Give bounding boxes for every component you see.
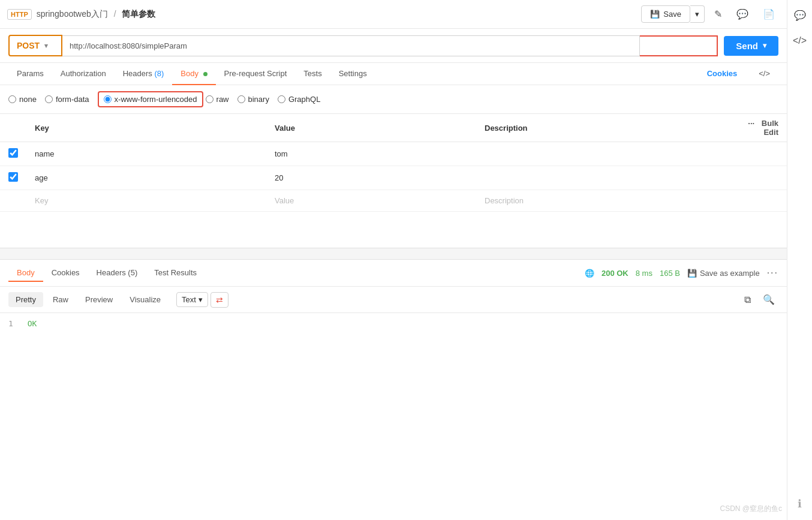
- row2-checkbox[interactable]: [8, 172, 18, 182]
- tab-body[interactable]: Body: [172, 63, 215, 85]
- col-value-header: Value: [266, 114, 476, 142]
- search-response-button[interactable]: 🔍: [759, 291, 778, 308]
- status-code: 200 OK: [602, 269, 628, 278]
- http-badge: HTTP: [7, 9, 32, 20]
- body-type-none[interactable]: none: [8, 95, 37, 104]
- tab-settings[interactable]: Settings: [330, 63, 375, 85]
- kv-table: Key Value Description ··· Bulk Edit name…: [0, 114, 787, 212]
- response-status-area: 🌐 200 OK 8 ms 165 B 💾 Save as example ··…: [585, 267, 778, 278]
- method-selector[interactable]: POST ▾: [8, 35, 62, 56]
- resp-tab-cookies[interactable]: Cookies: [43, 264, 88, 282]
- url-bar: POST ▾ Send ▾: [0, 29, 787, 63]
- fmt-tab-raw[interactable]: Raw: [46, 292, 76, 307]
- row1-checkbox[interactable]: [8, 148, 18, 158]
- placeholder-desc-cell: Description: [476, 190, 727, 212]
- search-icon: 🔍: [763, 294, 775, 305]
- sidebar-chat-icon[interactable]: 💬: [789, 5, 811, 26]
- tab-code[interactable]: </>: [750, 63, 778, 85]
- right-sidebar: 💬 </> ℹ: [787, 0, 812, 520]
- col-action-header: ··· Bulk Edit: [727, 114, 787, 142]
- tab-authorization[interactable]: Authorization: [52, 63, 115, 85]
- body-type-graphql[interactable]: GraphQL: [278, 95, 320, 104]
- row1-checkbox-cell: [0, 142, 26, 166]
- format-type-label: Text: [182, 295, 196, 304]
- fmt-tab-pretty[interactable]: Pretty: [8, 292, 43, 307]
- method-label: POST: [17, 41, 40, 50]
- placeholder-action-cell: [727, 190, 787, 212]
- body-type-bar: none form-data x-www-form-urlencoded raw…: [0, 85, 787, 114]
- tab-right-icons: Cookies </>: [699, 63, 778, 85]
- fmt-tab-visualize[interactable]: Visualize: [122, 292, 168, 307]
- row1-action-cell: [727, 142, 787, 166]
- response-size: 165 B: [660, 269, 680, 278]
- row2-key-cell: age: [26, 166, 266, 190]
- table-row-placeholder: Key Value Description: [0, 190, 787, 212]
- url-input[interactable]: [62, 35, 640, 56]
- placeholder-value: Value: [275, 196, 294, 205]
- placeholder-value-cell: Value: [266, 190, 476, 212]
- section-divider: [0, 248, 787, 260]
- edit-button[interactable]: ✎: [709, 6, 727, 22]
- send-button[interactable]: Send ▾: [724, 36, 778, 56]
- sidebar-info-icon[interactable]: ℹ: [793, 492, 807, 515]
- format-type-arrow: ▾: [199, 295, 203, 304]
- bulk-edit-dots[interactable]: ···: [748, 119, 754, 128]
- placeholder-key-cell: Key: [26, 190, 266, 212]
- row2-key: age: [35, 173, 48, 182]
- save-example-icon: 💾: [687, 269, 697, 278]
- row2-value-cell: 20: [266, 166, 476, 190]
- tab-params[interactable]: Params: [8, 63, 52, 85]
- body-type-raw[interactable]: raw: [206, 95, 229, 104]
- doc-button[interactable]: 📄: [758, 6, 780, 22]
- format-type-selector[interactable]: Text ▾: [176, 292, 208, 307]
- body-type-binary[interactable]: binary: [237, 95, 269, 104]
- row2-value: 20: [275, 173, 283, 182]
- breadcrumb: springbootweb入门 / 简单参数: [37, 9, 156, 20]
- toolbar: 💾 Save ▾ ✎ 💬 📄: [641, 5, 780, 23]
- tab-headers[interactable]: Headers (8): [115, 63, 173, 85]
- resp-tab-test-results[interactable]: Test Results: [146, 264, 205, 282]
- row2-checkbox-cell: [0, 166, 26, 190]
- copy-icon: ⧉: [744, 294, 751, 305]
- wrap-icon: ⇄: [216, 295, 223, 305]
- breadcrumb-sep: /: [114, 9, 116, 19]
- row2-action-cell: [727, 166, 787, 190]
- row2-desc-cell: [476, 166, 727, 190]
- row1-value: tom: [275, 149, 288, 158]
- tab-pre-request[interactable]: Pre-request Script: [216, 63, 296, 85]
- method-arrow-icon: ▾: [44, 42, 48, 50]
- response-more-button[interactable]: ···: [767, 267, 778, 278]
- save-button[interactable]: 💾 Save: [641, 5, 690, 23]
- tab-cookies[interactable]: Cookies: [699, 63, 746, 85]
- body-type-urlencoded[interactable]: x-www-form-urlencoded: [104, 95, 197, 104]
- response-body: 1 OK: [0, 313, 787, 334]
- word-wrap-button[interactable]: ⇄: [210, 292, 228, 308]
- resp-tab-headers[interactable]: Headers (5): [88, 264, 146, 282]
- bulk-edit-button[interactable]: Bulk Edit: [762, 119, 778, 137]
- resp-tab-body[interactable]: Body: [8, 264, 43, 282]
- breadcrumb-area: HTTP springbootweb入门 / 简单参数: [7, 9, 155, 20]
- save-example-button[interactable]: 💾 Save as example: [687, 269, 760, 278]
- save-icon: 💾: [650, 10, 660, 19]
- headers-badge: (8): [154, 69, 164, 78]
- top-bar: HTTP springbootweb入门 / 简单参数 💾 Save ▾ ✎: [0, 0, 787, 29]
- body-type-urlencoded-box: x-www-form-urlencoded: [98, 91, 203, 107]
- save-arrow-icon: ▾: [695, 10, 699, 19]
- response-content: OK: [28, 319, 37, 328]
- placeholder-checkbox-cell: [0, 190, 26, 212]
- comment-button[interactable]: 💬: [732, 6, 753, 22]
- sidebar-code-icon[interactable]: </>: [788, 31, 811, 51]
- row1-key-cell: name: [26, 142, 266, 166]
- comment-icon: 💬: [736, 9, 748, 19]
- url-input-area: [62, 35, 718, 56]
- url-extra-input[interactable]: [640, 35, 718, 56]
- save-dropdown-button[interactable]: ▾: [690, 5, 705, 23]
- send-arrow-icon: ▾: [763, 41, 766, 50]
- copy-response-button[interactable]: ⧉: [741, 292, 754, 308]
- col-desc-header: Description: [476, 114, 727, 142]
- tab-tests[interactable]: Tests: [295, 63, 330, 85]
- watermark: CSDN @窒息的鱼c: [720, 504, 782, 514]
- response-tabs: Body Cookies Headers (5) Test Results 🌐 …: [0, 260, 787, 287]
- body-type-form-data[interactable]: form-data: [45, 95, 89, 104]
- fmt-tab-preview[interactable]: Preview: [78, 292, 120, 307]
